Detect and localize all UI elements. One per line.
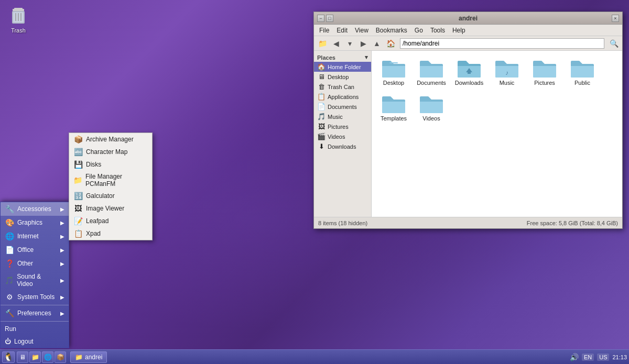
menu-item-label: Accessories xyxy=(17,205,51,213)
file-item-documents[interactable]: Documents xyxy=(414,55,449,89)
graphics-icon: 🎨 xyxy=(5,218,14,227)
submenu-label: Galculator xyxy=(86,192,115,200)
taskbar: 🐧 🖥 📁 🌐 📦 📁 andrei 🔊 EN US 21:13 xyxy=(0,349,629,364)
menu-run[interactable]: Run xyxy=(1,323,69,335)
content-area: Places ▾ 🏠 Home Folder 🖥 Desktop 🗑 Trash… xyxy=(314,51,622,217)
logout-label: Logout xyxy=(14,338,34,345)
sidebar-item-documents[interactable]: 📄 Documents xyxy=(314,102,371,112)
submenu-arrow: ▶ xyxy=(60,278,64,283)
submenu-arrow: ▶ xyxy=(60,247,64,253)
menu-logout[interactable]: ⏻ Logout xyxy=(1,335,69,348)
menu-item-graphics[interactable]: 🎨 Graphics ▶ xyxy=(1,216,69,229)
music-sidebar-icon: 🎵 xyxy=(317,113,326,120)
disks-icon: 💾 xyxy=(73,160,83,169)
sidebar-item-downloads[interactable]: ⬇ Downloads xyxy=(314,141,371,151)
file-manager-window: − □ andrei × File Edit View Bookmarks Go… xyxy=(313,12,623,229)
submenu-item-file-manager[interactable]: 📁 File Manager PCManFM xyxy=(69,171,152,190)
menu-tools[interactable]: Tools xyxy=(427,26,448,35)
menu-bookmarks[interactable]: Bookmarks xyxy=(373,26,410,35)
submenu-item-character-map[interactable]: 🔤 Character Map xyxy=(69,146,152,158)
menu-item-preferences[interactable]: 🔨 Preferences ▶ xyxy=(1,306,69,320)
maximize-button[interactable]: □ xyxy=(326,15,333,22)
sidebar-item-videos[interactable]: 🎬 Videos xyxy=(314,131,371,141)
home-button[interactable]: 🏠 xyxy=(384,38,397,49)
menu-item-office[interactable]: 📄 Office ▶ xyxy=(1,243,69,257)
taskbar-window-andrei[interactable]: 📁 andrei xyxy=(70,351,107,363)
menu-item-label: Office xyxy=(17,246,34,253)
volume-icon[interactable]: 🔊 xyxy=(570,353,579,361)
menu-item-label: Graphics xyxy=(17,219,42,226)
taskbar-extra[interactable]: 📦 xyxy=(55,351,66,363)
submenu-item-galculator[interactable]: 🔢 Galculator xyxy=(69,190,152,202)
menu-item-accessories[interactable]: 🔧 Accessories ▶ xyxy=(1,202,69,216)
accessories-submenu: 📦 Archive Manager 🔤 Character Map 💾 Disk… xyxy=(69,133,153,240)
sound-video-icon: 🎵 xyxy=(5,276,14,284)
submenu-item-archive-manager[interactable]: 📦 Archive Manager xyxy=(69,133,152,146)
submenu-label: Xpad xyxy=(86,230,101,237)
file-item-videos[interactable]: Videos xyxy=(414,91,449,124)
pictures-sidebar-icon: 🖼 xyxy=(317,123,326,130)
keyboard-layout[interactable]: EN xyxy=(582,354,594,361)
submenu-item-disks[interactable]: 💾 Disks xyxy=(69,158,152,171)
sidebar-item-applications[interactable]: 📋 Applications xyxy=(314,92,371,102)
file-item-downloads[interactable]: Downloads xyxy=(451,55,487,89)
close-button[interactable]: × xyxy=(612,15,619,22)
file-name: Pictures xyxy=(534,80,555,86)
file-item-public[interactable]: Public xyxy=(565,55,600,89)
home-sidebar-icon: 🏠 xyxy=(317,63,326,71)
menu-item-sound-video[interactable]: 🎵 Sound & Video ▶ xyxy=(1,270,69,290)
submenu-item-xpad[interactable]: 📋 Xpad xyxy=(69,227,152,240)
system-tools-icon: ⚙ xyxy=(5,293,14,301)
file-item-music[interactable]: ♪ Music xyxy=(489,55,525,89)
titlebar: − □ andrei × xyxy=(314,12,622,25)
submenu-item-image-viewer[interactable]: 🖼 Image Viewer xyxy=(69,202,152,215)
file-item-desktop[interactable]: Desktop xyxy=(376,55,411,89)
address-bar[interactable]: /home/andrei xyxy=(400,38,604,49)
menu-item-other[interactable]: ❓ Other ▶ xyxy=(1,257,69,270)
taskbar-browser[interactable]: 📁 xyxy=(29,351,41,363)
sidebar-item-trash[interactable]: 🗑 Trash Can xyxy=(314,82,371,92)
menu-view[interactable]: View xyxy=(352,26,372,35)
sidebar-item-pictures[interactable]: 🖼 Pictures xyxy=(314,122,371,131)
apps-sidebar-icon: 📋 xyxy=(317,93,326,101)
logout-icon: ⏻ xyxy=(5,338,11,345)
sidebar-header: Places ▾ xyxy=(314,53,371,62)
minimize-button[interactable]: − xyxy=(317,15,324,22)
start-menu: 🔧 Accessories ▶ 🎨 Graphics ▶ 🌐 Internet … xyxy=(0,202,69,348)
xpad-icon: 📋 xyxy=(73,229,83,238)
file-name: Templates xyxy=(381,115,407,122)
menu-item-system-tools[interactable]: ⚙ System Tools ▶ xyxy=(1,290,69,304)
file-item-templates[interactable]: Templates xyxy=(376,91,411,124)
back-button[interactable]: ◀ xyxy=(330,38,342,49)
sidebar-item-home[interactable]: 🏠 Home Folder xyxy=(314,62,371,72)
menu-help[interactable]: Help xyxy=(449,26,469,35)
up-button[interactable]: ▲ xyxy=(371,38,383,49)
start-button[interactable]: 🐧 xyxy=(2,351,15,363)
desktop-sidebar-icon: 🖥 xyxy=(317,73,326,81)
file-name: Documents xyxy=(417,80,446,86)
file-name: Downloads xyxy=(455,80,483,86)
search-button[interactable]: 🔍 xyxy=(608,38,620,49)
taskbar-show-desktop[interactable]: 🖥 xyxy=(17,351,28,363)
menu-edit[interactable]: Edit xyxy=(333,26,351,35)
sidebar-item-music[interactable]: 🎵 Music xyxy=(314,112,371,122)
trash-desktop-icon[interactable]: Trash xyxy=(8,5,29,34)
locale-label[interactable]: US xyxy=(597,354,609,361)
svg-rect-7 xyxy=(389,62,398,63)
system-tray: 🔊 EN US 21:13 xyxy=(570,353,627,361)
taskbar-files[interactable]: 🌐 xyxy=(42,351,53,363)
submenu-item-leafpad[interactable]: 📝 Leafpad xyxy=(69,215,152,227)
menu-file[interactable]: File xyxy=(316,26,332,35)
menu-item-label: Other xyxy=(17,260,33,267)
menu-go[interactable]: Go xyxy=(411,26,426,35)
file-item-pictures[interactable]: Pictures xyxy=(527,55,562,89)
sidebar-item-desktop[interactable]: 🖥 Desktop xyxy=(314,72,371,82)
submenu-arrow: ▶ xyxy=(60,294,64,300)
forward-button[interactable]: ▶ xyxy=(357,38,370,49)
dropdown-button[interactable]: ▾ xyxy=(343,38,356,49)
window-btn-icon: 📁 xyxy=(75,354,83,361)
calculator-icon: 🔢 xyxy=(73,192,83,200)
menu-item-internet[interactable]: 🌐 Internet ▶ xyxy=(1,229,69,243)
window-btn-label: andrei xyxy=(85,354,102,361)
sidebar-collapse[interactable]: ▾ xyxy=(365,54,368,61)
